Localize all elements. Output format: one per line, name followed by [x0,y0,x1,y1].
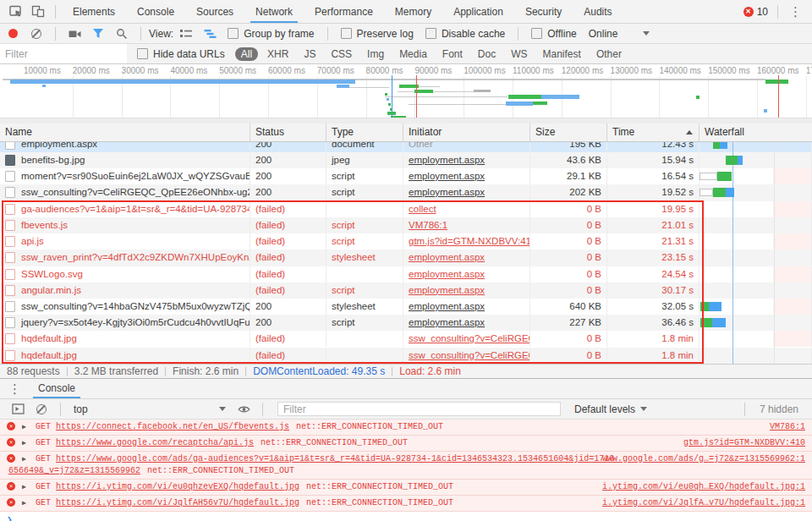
initiator-link[interactable]: employment.aspx [409,317,485,327]
request-row[interactable]: ga-audiences?v=1&aip=1&t=sr&_r=4&tid=UA-… [0,201,812,217]
hide-data-urls-checkbox[interactable]: Hide data URLs [137,48,225,60]
resource-type-filter[interactable]: CSS [325,47,358,61]
column-header-name[interactable]: Name [0,123,250,141]
drawer-menu-icon[interactable]: ⋮ [3,381,26,397]
message-source-link[interactable]: i.ytimg.com/vi/JqlfA…v7U/hqdefault.jpg:1 [602,497,805,509]
preserve-log-checkbox[interactable]: Preserve log [341,28,414,40]
console-error-message[interactable]: ✕ ▶GET https://i.ytimg.com/vi/eu0qhzevEX… [0,480,812,496]
request-url-link[interactable]: https://www.google.com/recaptcha/api.js [56,438,254,447]
disable-cache-checkbox[interactable]: Disable cache [425,28,505,40]
console-filter-input[interactable] [277,402,561,416]
message-source-link[interactable]: VM786:1 [770,421,805,433]
message-source-link[interactable]: i.ytimg.com/vi/eu0qh…EXQ/hqdefault.jpg:1 [602,481,805,493]
initiator-link[interactable]: employment.aspx [409,252,485,262]
network-overview-timeline[interactable]: 10000 ms20000 ms30000 ms40000 ms50000 ms… [0,64,812,124]
request-row[interactable]: ssw_consulting?v=CeliRGEQC_QpEE26eONhbx-… [0,184,812,200]
console-error-message[interactable]: ✕ ▶GET https://www.google.com/ads/ga-aud… [0,452,812,480]
panel-tab[interactable]: Console [126,1,185,23]
drawer-tab-console[interactable]: Console [26,379,87,398]
resource-type-filter[interactable]: Font [436,47,469,61]
record-button[interactable] [8,29,18,38]
request-row[interactable]: SSWLogo.svg (failed) employment.aspx 0 B… [0,266,812,282]
kebab-menu-icon[interactable]: ⋮ [784,4,807,19]
expand-triangle-icon[interactable]: ▶ [22,497,26,509]
initiator-link[interactable]: employment.aspx [409,301,485,311]
initiator-link[interactable]: employment.aspx [409,155,485,165]
panel-tab[interactable]: Audits [573,1,623,23]
throttling-dropdown[interactable]: Online [589,28,650,40]
clear-button[interactable] [31,29,41,39]
panel-tab[interactable]: Application [442,1,514,23]
request-url-link-wrap[interactable]: 656649&_v=j72&z=1315569962 [8,466,140,475]
initiator-link[interactable]: Other [409,142,433,149]
request-row[interactable]: hqdefault.jpg (failed) ssw_consulting?v=… [0,348,812,364]
initiator-link[interactable]: gtm.js?id=GTM-NXDBVV:410 [409,236,530,246]
expand-triangle-icon[interactable]: ▶ [22,421,26,433]
view-list-icon[interactable] [175,24,197,44]
request-url-link[interactable]: https://www.google.com/ads/ga-audiences?… [56,454,614,463]
panel-tab[interactable]: Sources [185,1,244,23]
view-waterfall-icon[interactable] [199,24,221,44]
eye-icon[interactable] [233,399,255,420]
error-count-badge[interactable]: ✕ 10 [740,6,771,18]
panel-tab[interactable]: Performance [304,1,384,23]
column-header-time[interactable]: Time [607,123,700,141]
resource-type-filter[interactable]: Other [590,47,628,61]
initiator-link[interactable]: collect [409,204,436,214]
inspect-element-icon[interactable] [5,2,27,22]
request-row[interactable]: ssw_consulting?v=14hbaGNzV475bM5ux0wyzwT… [0,299,812,315]
resource-type-filter[interactable]: Doc [472,47,502,61]
filter-icon[interactable] [87,24,109,44]
request-row[interactable]: employment.aspx 200 document Other 195 K… [0,142,812,152]
request-row[interactable]: hqdefault.jpg (failed) ssw_consulting?v=… [0,331,812,347]
offline-checkbox[interactable]: Offline [531,28,576,40]
console-error-message[interactable]: ✕ ▶GET https://connect.facebook.net/en_U… [0,420,812,436]
initiator-link[interactable]: employment.aspx [409,187,485,197]
group-by-frame-checkbox[interactable]: Group by frame [228,28,314,40]
request-row[interactable]: jquery?v=sx5ot4ey-Kgjty3iOi0m5rCudcu4h0v… [0,315,812,331]
panel-tab[interactable]: Network [244,1,304,23]
request-row[interactable]: ssw_raven_print?v=4dfTdX2c9ZKDWn7XHUpEoy… [0,250,812,266]
request-row[interactable]: angular.min.js (failed) script employmen… [0,282,812,299]
execution-context-dropdown[interactable]: top [69,403,231,415]
request-row[interactable]: moment?v=sr90SuoEuin6ej2LaW0JX_wQYZSGvau… [0,168,812,184]
console-error-message[interactable]: ✕ ▶GET https://i.ytimg.com/vi/JqlfAH56v7… [0,496,812,512]
panel-tab[interactable]: Elements [62,1,126,23]
request-url-link[interactable]: https://i.ytimg.com/vi/eu0qhzevEXQ/hqdef… [56,482,299,491]
initiator-link[interactable]: employment.aspx [409,269,485,279]
request-url-link[interactable]: https://i.ytimg.com/vi/JqlfAH56v7U/hqdef… [56,498,299,507]
log-levels-dropdown[interactable]: Default levels [569,403,652,415]
resource-type-filter[interactable]: All [235,47,258,61]
initiator-link[interactable]: employment.aspx [409,171,485,181]
search-icon[interactable] [111,24,133,44]
message-source-link[interactable]: gtm.js?id=GTM-NXDBVV:410 [683,437,805,449]
device-toolbar-icon[interactable] [27,2,49,22]
column-header-initiator[interactable]: Initiator [403,123,530,141]
console-sidebar-toggle-icon[interactable] [7,399,29,420]
request-row[interactable]: benefits-bg.jpg 200 jpeg employment.aspx… [0,152,812,168]
console-error-message[interactable]: ✕ ▶GET https://www.google.com/recaptcha/… [0,436,812,452]
console-prompt[interactable]: ❯ [0,512,812,521]
column-header-status[interactable]: Status [250,123,326,141]
expand-triangle-icon[interactable]: ▶ [22,437,26,449]
message-source-link[interactable]: www.google.com/ads/g…=j72&z=1315569962:1 [602,453,805,465]
resource-type-filter[interactable]: XHR [261,47,294,61]
request-url-link[interactable]: https://connect.facebook.net/en_US/fbeve… [56,422,289,431]
initiator-link[interactable]: ssw_consulting?v=CeliRGEQ... [409,333,530,343]
column-header-waterfall[interactable]: Waterfall [700,123,812,141]
network-filter-input[interactable] [0,44,127,63]
expand-triangle-icon[interactable]: ▶ [22,481,26,493]
resource-type-filter[interactable]: JS [298,47,321,61]
initiator-link[interactable]: ssw_consulting?v=CeliRGEQ... [409,350,530,360]
panel-tab[interactable]: Security [514,1,573,23]
initiator-link[interactable]: employment.aspx [409,285,485,295]
resource-type-filter[interactable]: Manifest [537,47,587,61]
clear-console-button[interactable] [36,404,47,414]
column-header-size[interactable]: Size [530,123,607,141]
initiator-link[interactable]: VM786:1 [409,220,447,230]
screenshot-capture-icon[interactable] [63,24,85,44]
panel-tab[interactable]: Memory [384,1,442,23]
resource-type-filter[interactable]: WS [505,47,533,61]
resource-type-filter[interactable]: Img [361,47,390,61]
resource-type-filter[interactable]: Media [393,47,433,61]
